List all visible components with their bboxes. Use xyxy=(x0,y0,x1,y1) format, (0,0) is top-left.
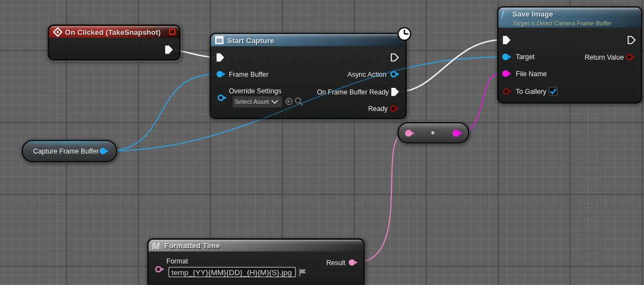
svg-text:Select Asset: Select Asset xyxy=(235,98,270,105)
svg-text:Frame Buffer: Frame Buffer xyxy=(229,71,269,78)
svg-text:Target: Target xyxy=(516,53,535,61)
svg-text:Start Capture: Start Capture xyxy=(227,36,274,45)
svg-text:Ready: Ready xyxy=(368,105,388,113)
svg-text:M: M xyxy=(152,241,160,251)
svg-text:Capture Frame Buffer: Capture Frame Buffer xyxy=(33,147,99,155)
svg-text:Return Value: Return Value xyxy=(585,54,624,61)
svg-text:Formatted Time: Formatted Time xyxy=(165,241,220,250)
svg-text:Result: Result xyxy=(326,259,345,267)
svg-text:Format: Format xyxy=(166,257,189,265)
svg-text:To Gallery: To Gallery xyxy=(516,88,547,96)
svg-text:On Frame Buffer Ready: On Frame Buffer Ready xyxy=(317,88,389,96)
svg-text:Override Settings: Override Settings xyxy=(229,87,281,95)
svg-text:Target is Direct Camera Frame: Target is Direct Camera Frame Buffer xyxy=(512,20,612,27)
svg-text:File Name: File Name xyxy=(516,70,547,78)
svg-text:Save Image: Save Image xyxy=(512,10,553,18)
svg-text:On Clicked (TakeSnapshot): On Clicked (TakeSnapshot) xyxy=(65,28,161,36)
svg-text:temp_{YY}{MM}{DD}_{H}{M}{S}.jp: temp_{YY}{MM}{DD}_{H}{M}{S}.jpg xyxy=(171,268,292,277)
